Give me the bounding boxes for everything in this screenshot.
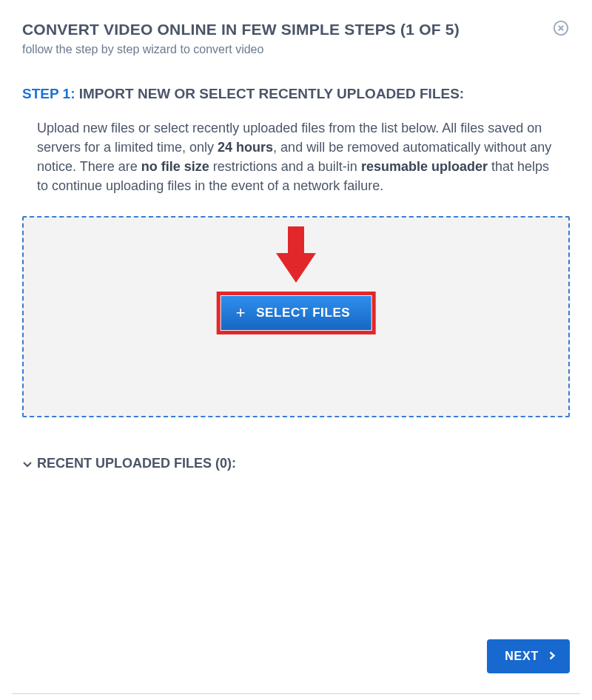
next-button[interactable]: NEXT <box>487 639 570 673</box>
step-description: Upload new files or select recently uplo… <box>22 118 570 195</box>
next-label: NEXT <box>505 650 539 663</box>
upload-dropzone[interactable]: + SELECT FILES <box>22 216 570 417</box>
step-heading: STEP 1: IMPORT NEW OR SELECT RECENTLY UP… <box>22 86 570 102</box>
select-files-highlight: + SELECT FILES <box>217 292 376 334</box>
chevron-down-icon <box>22 459 33 469</box>
select-files-label: SELECT FILES <box>256 306 350 320</box>
recent-files-label: RECENT UPLOADED FILES (0): <box>37 456 236 471</box>
divider <box>12 693 580 694</box>
step-number: STEP 1: <box>22 86 75 101</box>
chevron-right-icon <box>548 650 556 663</box>
page-subtitle: follow the step by step wizard to conver… <box>22 43 570 56</box>
page-title: CONVERT VIDEO ONLINE IN FEW SIMPLE STEPS… <box>22 21 460 38</box>
recent-files-toggle[interactable]: RECENT UPLOADED FILES (0): <box>22 456 570 471</box>
select-files-button[interactable]: + SELECT FILES <box>221 296 371 330</box>
close-button[interactable] <box>552 21 570 38</box>
arrow-down-icon <box>273 225 319 289</box>
step-title: IMPORT NEW OR SELECT RECENTLY UPLOADED F… <box>79 86 464 101</box>
close-icon <box>553 20 569 39</box>
plus-icon: + <box>236 305 246 321</box>
